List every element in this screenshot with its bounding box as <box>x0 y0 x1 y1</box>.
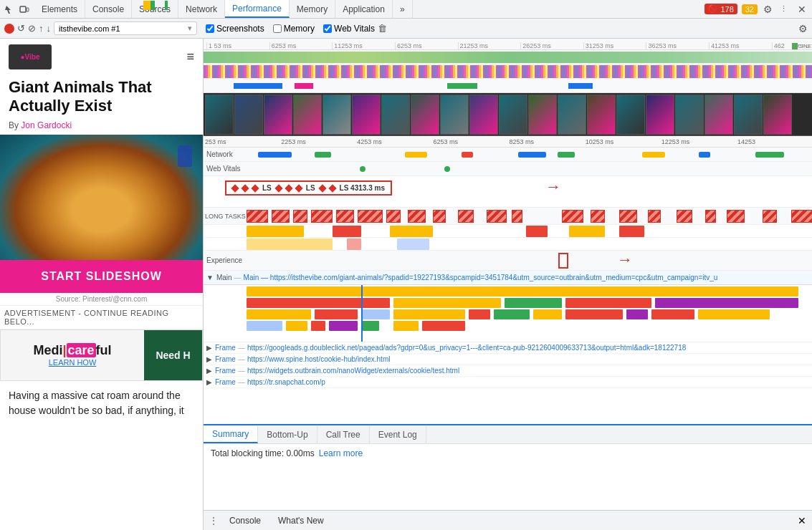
flame-bar-main-24 <box>422 321 465 331</box>
download-icon[interactable]: ↓ <box>47 23 52 34</box>
flame-bar-main-17 <box>698 309 770 319</box>
frame-collapse-arrow[interactable]: ▶ <box>206 378 212 386</box>
screenshot-thumb <box>381 95 410 135</box>
webvitals-checkbox-input[interactable] <box>323 24 332 33</box>
memory-checkbox-input[interactable] <box>273 24 282 33</box>
screenshots-checkbox-input[interactable] <box>206 24 214 33</box>
diamond-5 <box>285 184 292 192</box>
ruler2-label: 10253 ms <box>584 138 660 145</box>
bottom-content: Total blocking time: 0.00ms Learn more <box>204 444 812 510</box>
diamond-2 <box>241 184 249 192</box>
frame-url: https://tr.snapchat.com/p <box>247 378 325 386</box>
fps-row <box>204 50 812 64</box>
tab-call-tree[interactable]: Call Tree <box>317 426 370 443</box>
site-header: ●Vibe ≡ <box>0 39 203 75</box>
close-devtools-icon[interactable]: ✕ <box>796 4 808 15</box>
tab-sources[interactable]: Sources <box>132 0 178 18</box>
console-kebab-icon[interactable]: ⋮ <box>209 516 218 526</box>
tab-memory[interactable]: Memory <box>290 0 335 18</box>
cpu-row <box>204 64 812 79</box>
tab-console[interactable]: Console <box>85 0 132 18</box>
flame-bar <box>526 226 548 237</box>
console-button[interactable]: Console <box>224 514 267 527</box>
record-button[interactable] <box>4 24 14 34</box>
webvitals-checkbox[interactable]: Web Vitals <box>323 24 375 34</box>
flame-bar-main-8 <box>315 309 358 319</box>
tab-event-log[interactable]: Event Log <box>370 426 426 443</box>
hamburger-menu-icon[interactable]: ≡ <box>186 49 194 64</box>
flame-bar <box>397 238 429 250</box>
frame-collapse-arrow[interactable]: ▶ <box>206 355 212 363</box>
tab-application[interactable]: Application <box>335 0 393 18</box>
frame-label: Frame <box>215 367 236 375</box>
whats-new-button[interactable]: What's New <box>272 514 330 527</box>
tab-summary[interactable]: Summary <box>204 426 258 443</box>
frame-row-3[interactable]: ▶ Frame — https://widgets.outbrain.com/n… <box>204 365 812 377</box>
frame-url: https://googleads.g.doubleclick.net/page… <box>247 344 686 352</box>
screenshot-thumb <box>763 95 792 135</box>
frame-row-1[interactable]: ▶ Frame — https://googleads.g.doubleclic… <box>204 342 812 354</box>
net-fill-2 <box>295 83 312 89</box>
net-fill-3 <box>447 83 477 89</box>
url-dropdown-icon[interactable]: ▾ <box>188 24 192 33</box>
frame-collapse-arrow[interactable]: ▶ <box>206 367 212 375</box>
learn-how-link[interactable]: LEARN HOW <box>49 358 97 367</box>
flame-bar <box>247 226 304 237</box>
flame-bar-main-20 <box>311 321 325 331</box>
memory-checkbox[interactable]: Memory <box>273 24 315 34</box>
ls-label-2: LS <box>306 184 315 192</box>
screenshots-checkbox[interactable]: Screenshots <box>206 24 264 34</box>
ls-label-1: LS <box>262 184 272 192</box>
tab-performance[interactable]: Performance <box>225 0 290 18</box>
frame-label: Frame <box>215 378 236 386</box>
collapse-arrow[interactable]: ▼ <box>206 274 214 281</box>
tab-bottom-up[interactable]: Bottom-Up <box>258 426 317 443</box>
main-flame-chart <box>204 285 812 342</box>
ruler-tick: 36253 ms <box>646 42 709 49</box>
screenshot-thumb <box>704 95 733 135</box>
frame-row-2[interactable]: ▶ Frame — https://www.spine.host/cookie-… <box>204 354 812 365</box>
toolbar-icons-right: 🚫178 32 ⚙ ⋮ ✕ <box>700 4 812 15</box>
author-link[interactable]: Jon Gardocki <box>21 120 72 130</box>
net-segment <box>315 152 332 158</box>
learn-more-link[interactable]: Learn more <box>319 448 363 458</box>
flame-bar-main-13 <box>533 309 562 319</box>
settings-icon[interactable]: ⚙ <box>762 4 773 15</box>
reload-icon[interactable]: ↺ <box>17 23 25 34</box>
tab-network[interactable]: Network <box>178 0 225 18</box>
longtask-bar <box>311 210 333 223</box>
more-options-icon[interactable]: ⋮ <box>778 4 789 15</box>
red-arrow-2: → <box>617 251 633 269</box>
net-segment <box>462 152 473 158</box>
frame-collapse-arrow[interactable]: ▶ <box>206 344 212 352</box>
red-arrow-1: → <box>545 178 561 196</box>
upload-icon[interactable]: ↑ <box>39 23 44 34</box>
lcp-box: LS LS LS 4313.3 ms <box>225 180 392 196</box>
frame-row-4[interactable]: ▶ Frame — https://tr.snapchat.com/p <box>204 377 812 388</box>
longtask-bar <box>705 210 716 223</box>
flame-bar-main-21 <box>329 321 358 331</box>
playhead-line <box>361 285 363 342</box>
delete-icon[interactable]: 🗑 <box>378 23 387 34</box>
longtask-bar <box>677 210 692 223</box>
tab-more[interactable]: » <box>393 0 413 18</box>
clear-icon[interactable]: ⊘ <box>28 23 36 34</box>
devtools-performance-panel: 1 53 ms 6253 ms 11253 ms 6253 ms 21253 m… <box>204 39 812 530</box>
longtask-bar <box>562 210 583 223</box>
perf-settings-icon[interactable]: ⚙ <box>798 23 808 34</box>
close-console-icon[interactable]: ✕ <box>798 515 806 526</box>
slideshow-button[interactable]: START SLIDESHOW <box>0 260 203 293</box>
diamond-8 <box>328 184 336 192</box>
flame-bar-main-9 <box>361 309 390 319</box>
screenshot-thumb <box>352 95 381 135</box>
tab-elements[interactable]: Elements <box>34 0 85 18</box>
longtask-bar <box>512 210 522 223</box>
ruler-tick: 6253 ms <box>395 42 458 49</box>
flame-row-2 <box>204 238 812 251</box>
longtask-bar <box>386 210 401 223</box>
screenshot-thumb <box>675 95 704 135</box>
longtask-bar <box>358 210 383 223</box>
device-toggle-icon[interactable] <box>19 4 30 15</box>
inspect-icon[interactable] <box>4 4 16 15</box>
network-timeline-row: Network <box>204 148 812 162</box>
